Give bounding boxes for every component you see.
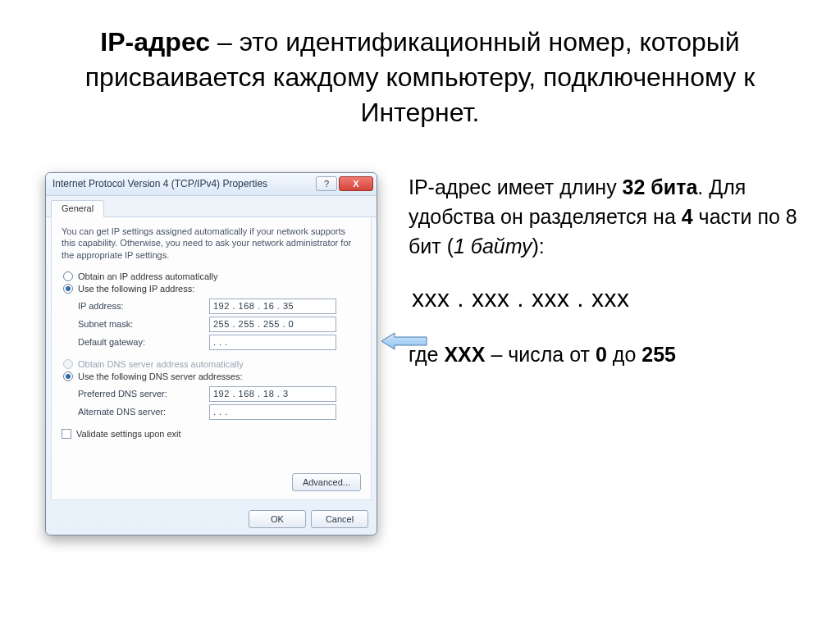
explanation-text: IP-адрес имеет длину 32 бита. Для удобст… bbox=[377, 172, 815, 536]
description-text: You can get IP settings assigned automat… bbox=[62, 226, 361, 262]
default-gateway-label: Default gateway: bbox=[78, 337, 209, 347]
subnet-mask-label: Subnet mask: bbox=[78, 319, 209, 329]
cancel-button[interactable]: Cancel bbox=[311, 510, 368, 528]
svg-marker-0 bbox=[381, 333, 427, 349]
radio-icon bbox=[63, 284, 73, 294]
dialog-title: Internet Protocol Version 4 (TCP/IPv4) P… bbox=[52, 178, 314, 189]
close-button[interactable]: X bbox=[339, 176, 373, 191]
radio-icon bbox=[63, 271, 73, 281]
ipv4-properties-dialog: Internet Protocol Version 4 (TCP/IPv4) P… bbox=[45, 172, 377, 536]
default-gateway-field[interactable]: . . . bbox=[209, 335, 336, 350]
close-icon: X bbox=[353, 179, 358, 189]
radio-label: Obtain an IP address automatically bbox=[78, 271, 217, 281]
term: IP-адрес bbox=[100, 27, 210, 57]
radio-auto-ip[interactable]: Obtain an IP address automatically bbox=[63, 271, 361, 281]
advanced-button[interactable]: Advanced... bbox=[292, 473, 361, 491]
ip-address-field[interactable]: 192 . 168 . 16 . 35 bbox=[209, 299, 336, 314]
preferred-dns-field[interactable]: 192 . 168 . 18 . 3 bbox=[209, 386, 336, 402]
help-button[interactable]: ? bbox=[316, 176, 337, 191]
ip-format-pattern: ххх . ххх . ххх . ххх bbox=[412, 280, 815, 317]
alternate-dns-label: Alternate DNS server: bbox=[78, 407, 209, 417]
radio-label: Use the following IP address: bbox=[78, 284, 194, 294]
validate-checkbox-row[interactable]: Validate settings upon exit bbox=[62, 429, 361, 439]
radio-icon bbox=[63, 359, 73, 369]
alternate-dns-field[interactable]: . . . bbox=[209, 404, 336, 420]
help-icon: ? bbox=[324, 179, 329, 189]
tab-strip: General bbox=[46, 196, 377, 217]
slide-heading: IP-адрес – это идентификационный номер, … bbox=[0, 0, 840, 139]
preferred-dns-label: Preferred DNS server: bbox=[78, 389, 209, 399]
tab-general[interactable]: General bbox=[51, 200, 104, 217]
radio-label: Use the following DNS server addresses: bbox=[78, 371, 243, 381]
ip-address-label: IP address: bbox=[78, 301, 209, 311]
radio-label: Obtain DNS server address automatically bbox=[78, 359, 244, 369]
general-pane: You can get IP settings assigned automat… bbox=[51, 217, 372, 500]
radio-icon bbox=[63, 371, 73, 381]
checkbox-icon bbox=[62, 429, 71, 439]
checkbox-label: Validate settings upon exit bbox=[76, 429, 181, 439]
subnet-mask-field[interactable]: 255 . 255 . 255 . 0 bbox=[209, 317, 336, 332]
radio-manual-dns[interactable]: Use the following DNS server addresses: bbox=[63, 371, 361, 381]
radio-manual-ip[interactable]: Use the following IP address: bbox=[63, 284, 361, 294]
radio-auto-dns: Obtain DNS server address automatically bbox=[63, 359, 361, 369]
arrow-icon bbox=[381, 332, 427, 350]
ok-button[interactable]: OK bbox=[249, 510, 306, 528]
